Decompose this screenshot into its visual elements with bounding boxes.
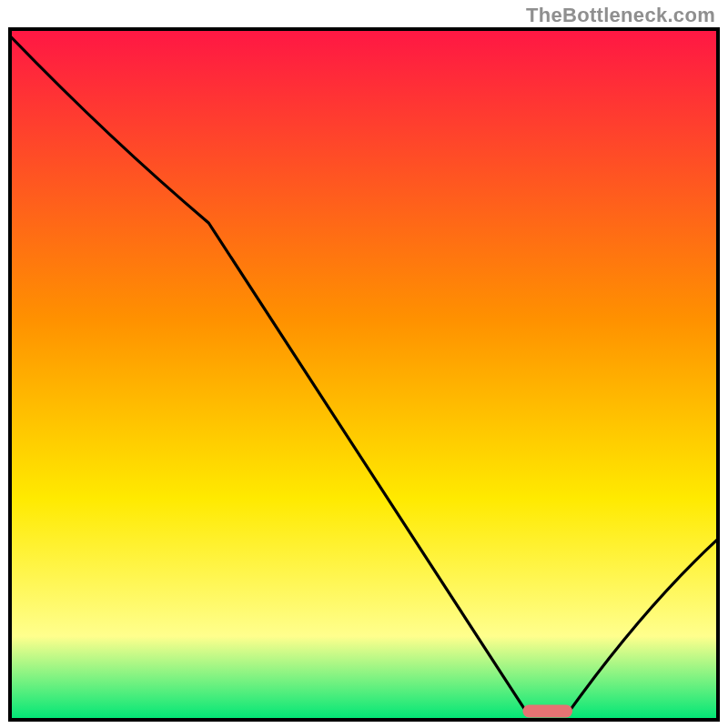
gradient-fill: [11, 30, 717, 719]
watermark-text: TheBottleneck.com: [526, 4, 715, 27]
optimal-range-marker: [522, 704, 572, 717]
bottleneck-chart: [8, 27, 720, 722]
